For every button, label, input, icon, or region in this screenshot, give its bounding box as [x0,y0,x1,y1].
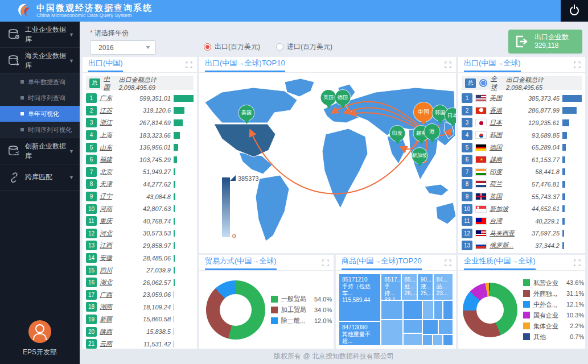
value-bar[interactable] [174,95,194,102]
value-bar[interactable] [562,119,569,126]
value-bar[interactable] [562,132,567,139]
treemap-cell-85[interactable]: 85...处...26,... [401,274,417,300]
value-bar[interactable] [562,181,565,188]
sidebar-subitem[interactable]: 时间序列可视化 [0,122,80,138]
map-pin-德国[interactable]: 德国 [335,90,351,109]
item-name-link[interactable]: 新疆 [100,315,128,324]
value-bar[interactable] [562,193,565,200]
item-name-link[interactable]: 湖北 [100,278,128,287]
sidebar-subitem[interactable]: 单年数据查询 [0,74,80,90]
item-name-link[interactable]: 湖南 [100,303,128,311]
value-bar[interactable] [174,291,174,298]
value-bar[interactable] [174,304,174,311]
radio-import[interactable]: 进口(百万美元) [276,42,332,52]
world-map[interactable]: 385373 0 美国英国德国中国韩国日本印度越南港新加坡 [199,73,456,253]
treemap-cell[interactable] [422,320,438,334]
item-name-link[interactable]: 重庆 [100,217,128,225]
treemap-cell[interactable] [422,334,433,346]
legend-row[interactable]: 除一般...12.0% [271,316,332,325]
sidebar-subitem[interactable]: 时间序列查询 [0,90,80,106]
value-bar[interactable] [174,328,174,335]
treemap-cell-90[interactable]: 90...液...25,... [417,274,433,300]
item-name-link[interactable]: 荷兰 [490,180,521,188]
total-name-link[interactable]: 全球 [491,75,503,92]
value-bar[interactable] [174,218,175,225]
value-bar[interactable] [562,230,564,237]
radio-export[interactable]: 出口(百万美元) [204,42,260,52]
sidebar-subitem[interactable]: 单年可视化 [0,106,80,122]
legend-row[interactable]: 集体企业2.2% [523,322,584,330]
treemap-cell[interactable] [403,300,422,320]
treemap-cell[interactable] [438,320,453,334]
fullscreen-icon[interactable] [574,259,581,266]
item-name-link[interactable]: 江西 [100,241,128,250]
item-name-link[interactable]: 广东 [100,94,128,102]
legend-row[interactable]: 国有企业10.3% [523,311,584,320]
item-name-link[interactable]: 四川 [100,266,128,275]
item-name-link[interactable]: 云南 [100,340,128,348]
treemap-cell[interactable] [403,320,422,333]
map-pin-日本[interactable]: 日本 [445,108,457,127]
logout-button[interactable] [561,0,588,22]
value-bar[interactable] [174,242,175,249]
enterprise-nature-donut-chart[interactable] [463,283,517,337]
treemap-cell[interactable] [381,320,402,346]
treemap-cell-84713090[interactable]: 84713090其他重量不超...58,342.15 [339,321,381,346]
fullscreen-icon[interactable] [445,259,451,266]
item-name-link[interactable]: 上海 [100,131,128,139]
sidebar-item-cross-db-match[interactable]: 跨库匹配 ▼ [0,164,80,191]
item-name-link[interactable]: 印度 [490,168,521,176]
legend-row[interactable]: 其他0.7% [523,333,584,341]
legend-row[interactable]: 加工贸易34.0% [271,305,332,314]
map-pin-中国[interactable]: 中国 [414,102,433,125]
item-name-link[interactable]: 英国 [490,192,521,201]
item-name-link[interactable]: 韩国 [490,131,521,139]
value-bar[interactable] [174,144,178,151]
map-pin-港[interactable]: 港 [425,124,440,143]
item-name-link[interactable]: 北京 [100,168,128,176]
item-name-link[interactable]: 福建 [100,155,128,164]
trade-mode-donut-chart[interactable] [206,280,265,340]
treemap-cell[interactable] [433,334,443,346]
value-bar[interactable] [174,168,175,175]
value-bar[interactable] [174,279,175,286]
treemap-cell[interactable] [422,300,434,320]
item-name-link[interactable]: 浙江 [100,118,128,127]
item-name-link[interactable]: 香港 [490,106,521,115]
treemap-cell-8517[interactable]: 8517...手持...33,1... [381,274,401,300]
value-bar[interactable] [174,205,175,212]
legend-row[interactable]: 外商独...31.1% [523,289,584,298]
item-name-link[interactable]: 台湾 [490,217,521,225]
item-name-link[interactable]: 江苏 [100,106,128,115]
value-bar[interactable] [174,316,174,322]
treemap-cell[interactable] [403,333,422,346]
value-bar[interactable] [174,107,184,114]
item-name-link[interactable]: 辽宁 [100,192,128,201]
sidebar-item-industrial-db[interactable]: 工业企业数据库 ▼ [0,22,80,48]
item-name-link[interactable]: 越南 [490,155,521,164]
legend-row[interactable]: 私营企业43.6% [523,279,584,287]
item-name-link[interactable]: 安徽 [100,254,128,262]
fullscreen-icon[interactable] [445,61,451,68]
fullscreen-icon[interactable] [574,61,581,68]
value-bar[interactable] [174,193,175,200]
item-name-link[interactable]: 广西 [100,291,128,299]
item-name-link[interactable]: 马来西亚 [490,229,521,238]
item-name-link[interactable]: 天津 [100,180,128,188]
treemap-cell-84[interactable]: 84...品...23... [433,274,453,300]
year-select[interactable]: 2016 [90,40,156,55]
fullscreen-icon[interactable] [322,259,329,266]
value-bar[interactable] [562,95,582,102]
item-name-link[interactable]: 日本 [490,118,521,127]
treemap-cell[interactable] [443,300,453,320]
value-bar[interactable] [562,168,565,175]
value-bar[interactable] [174,156,177,163]
treemap-cell[interactable] [443,334,453,346]
map-pin-新加坡[interactable]: 新加坡 [412,148,427,167]
legend-row[interactable]: 中外合...12.1% [523,300,584,309]
value-bar[interactable] [562,242,564,249]
total-name-link[interactable]: 中国 [104,75,116,92]
value-bar[interactable] [174,341,174,348]
value-bar[interactable] [174,230,175,237]
map-pin-英国[interactable]: 英国 [321,90,336,109]
